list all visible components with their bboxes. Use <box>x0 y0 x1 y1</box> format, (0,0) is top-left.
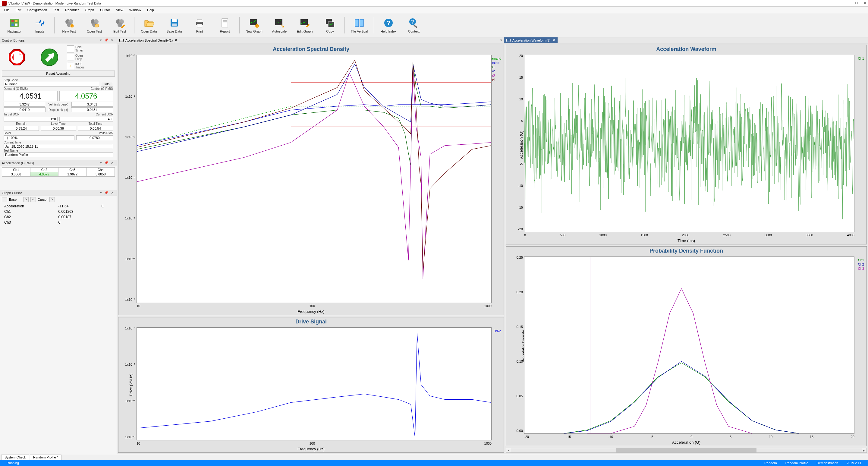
menu-recorder[interactable]: Recorder <box>62 7 82 12</box>
cursor-next[interactable]: > <box>50 197 55 202</box>
svg-text:?: ? <box>387 20 390 26</box>
toolbar-context[interactable]: ?Context <box>402 15 426 36</box>
target-dof-label: Target DOF <box>4 113 58 116</box>
reset-averaging-button[interactable]: Reset Averaging <box>2 70 115 76</box>
svg-rect-29 <box>275 19 282 25</box>
chart-legend: Drive <box>493 329 501 333</box>
panel-dropdown-icon[interactable]: ▾ <box>99 191 103 195</box>
doc-tab[interactable]: Random Profile * <box>30 455 61 460</box>
window-title: VibrationVIEW - Demonstration Mode - Liv… <box>8 1 847 5</box>
toolbar-new-test[interactable]: ✦New Test <box>57 15 81 36</box>
panel-close-icon[interactable]: ✕ <box>110 38 115 42</box>
panel-title-label: Acceleration (G RMS) <box>2 161 34 165</box>
scroll-right-icon[interactable]: ▸ <box>862 448 867 453</box>
chart-drive[interactable]: Drive Signal Drive Drive (V²/Hz) 1x10⁻⁴1… <box>118 317 504 453</box>
menu-test[interactable]: Test <box>50 7 62 12</box>
tab-close-icon[interactable]: ✕ <box>175 38 177 42</box>
opentest-icon <box>89 18 100 28</box>
status-version: 2019.2.11 <box>842 461 866 465</box>
toolbar-label: Context <box>408 30 420 33</box>
menu-configuration[interactable]: Configuration <box>24 7 50 12</box>
maximize-button[interactable]: ☐ <box>855 1 858 5</box>
panel-close-icon[interactable]: ✕ <box>110 161 115 165</box>
tab-label: Acceleration Waveform(2) <box>513 39 551 42</box>
panel-title-acceleration: Acceleration (G RMS) ▾ 📌 ✕ <box>0 160 117 166</box>
plot-area[interactable] <box>524 256 855 434</box>
menu-help[interactable]: Help <box>144 7 157 12</box>
plot-area[interactable] <box>524 55 855 232</box>
toolbar-label: New Graph <box>246 30 262 33</box>
tab-dropdown-icon[interactable]: ▾ <box>498 37 504 43</box>
level-label: Level <box>4 131 58 135</box>
report-icon <box>219 18 230 28</box>
demand-value: 4.0531 <box>4 91 58 101</box>
remain-value: 0:59:24 <box>4 126 39 131</box>
toolbar-open-test[interactable]: Open Test <box>82 15 106 36</box>
disp-label: Disp (in pk-pk) <box>47 108 69 112</box>
toolbar-label: Autoscale <box>272 30 287 33</box>
plot-area[interactable] <box>136 55 492 303</box>
total-time-value: 0:00:54 <box>78 126 113 131</box>
hold-timer-toggle[interactable] <box>67 45 74 53</box>
tab-close-icon[interactable]: ✕ <box>553 38 555 42</box>
minimize-button[interactable]: ─ <box>847 1 849 5</box>
svg-rect-1 <box>11 20 14 22</box>
toolbar-label: Inputs <box>35 30 44 33</box>
toolbar-print[interactable]: Print <box>187 15 212 36</box>
pin-icon[interactable]: 📌 <box>103 191 110 195</box>
plot-area[interactable] <box>136 327 492 440</box>
toolbar-report[interactable]: Report <box>213 15 237 36</box>
panel-close-icon[interactable]: ✕ <box>110 191 115 195</box>
table-cell: 5.6858 <box>87 172 115 177</box>
chart-pdf[interactable]: Probability Density Function Ch1Ch2Ch3 P… <box>506 246 867 446</box>
toolbar-edit-graph[interactable]: Edit Graph <box>293 15 317 36</box>
chart-waveform[interactable]: Acceleration Waveform Ch1 Acceleration (… <box>506 44 867 244</box>
table-header: Ch4 <box>87 167 115 172</box>
menu-graph[interactable]: Graph <box>82 7 97 12</box>
stop-button[interactable] <box>2 47 32 68</box>
chart-asd[interactable]: Acceleration Spectral Density DemandCont… <box>118 44 504 315</box>
current-time-label: Current Time <box>4 141 113 144</box>
control-value: 4.0576 <box>59 91 113 101</box>
scroll-left-icon[interactable]: ◂ <box>506 448 511 453</box>
cursor-prev2[interactable]: < <box>30 197 36 202</box>
toolbar-open-data[interactable]: Open Data <box>137 15 161 36</box>
menu-file[interactable]: File <box>1 7 13 12</box>
open-loop-toggle[interactable] <box>67 54 74 61</box>
newgraph-icon: ✦ <box>249 18 259 28</box>
panel-dropdown-icon[interactable]: ▾ <box>99 38 103 42</box>
toolbar-autoscale[interactable]: Autoscale <box>267 15 291 36</box>
pin-icon[interactable]: 📌 <box>103 161 110 165</box>
graph-cursor-table: Acceleration-11.64GCh10.001263Ch20.00187… <box>2 203 115 225</box>
info-button[interactable]: Info <box>101 82 113 87</box>
cursor-prev-base[interactable] <box>2 197 7 202</box>
cursor-base-label: Base <box>9 198 17 201</box>
menu-edit[interactable]: Edit <box>13 7 24 12</box>
svg-rect-3 <box>11 24 14 26</box>
toolbar-help-index[interactable]: ?Help Index <box>376 15 401 36</box>
savedata-icon <box>169 18 180 28</box>
start-button[interactable] <box>34 47 64 68</box>
tab-asd[interactable]: Acceleration Spectral Density(1)✕ <box>117 37 180 43</box>
menu-window[interactable]: Window <box>126 7 144 12</box>
toolbar-copy[interactable]: Copy <box>318 15 342 36</box>
idof-traces-toggle[interactable] <box>67 62 74 69</box>
tab-waveform[interactable]: Acceleration Waveform(2)✕ <box>504 37 558 43</box>
table-header: Ch2 <box>30 167 59 172</box>
close-button[interactable]: ✕ <box>864 1 866 5</box>
menu-view[interactable]: View <box>113 7 126 12</box>
toolbar-inputs[interactable]: Inputs <box>28 15 52 36</box>
toolbar-tile-vertical[interactable]: Tile Vertical <box>347 15 371 36</box>
toolbar-navigator[interactable]: Navigator <box>2 15 27 36</box>
panel-dropdown-icon[interactable]: ▾ <box>99 161 103 165</box>
menu-cursor[interactable]: Cursor <box>97 7 113 12</box>
toolbar-edit-test[interactable]: Edit Test <box>107 15 132 36</box>
toolbar-new-graph[interactable]: ✦New Graph <box>242 15 266 36</box>
doc-tab[interactable]: System Check <box>1 455 29 460</box>
svg-rect-33 <box>355 19 359 27</box>
cursor-prev[interactable]: > <box>23 197 29 202</box>
horizontal-scrollbar[interactable]: ◂ ▸ <box>506 448 867 453</box>
svg-rect-21 <box>197 24 202 27</box>
pin-icon[interactable]: 📌 <box>103 38 110 42</box>
toolbar-save-data[interactable]: Save Data <box>162 15 186 36</box>
